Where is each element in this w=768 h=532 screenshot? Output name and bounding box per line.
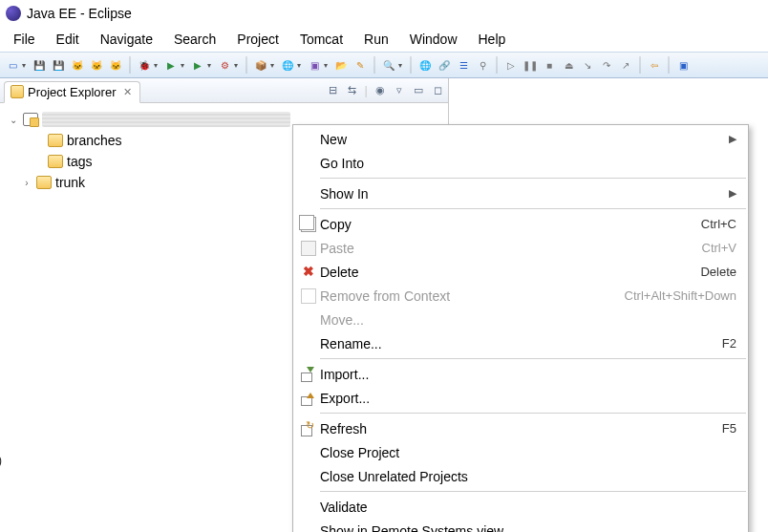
toolbar-terminate[interactable]: ■ [541, 55, 558, 74]
tomcat-stop-icon: 🐱 [89, 57, 104, 73]
toolbar-disconnect[interactable]: ⏏ [560, 55, 577, 74]
menubar: File Edit Navigate Search Project Tomcat… [0, 27, 768, 52]
menu-help[interactable]: Help [469, 29, 516, 50]
toolbar-build[interactable]: 📦▾ [252, 55, 277, 74]
ctx-new[interactable]: New ▶ [293, 127, 748, 151]
globe-icon: 🌐 [417, 57, 433, 73]
separator [320, 413, 746, 414]
link-editor-icon[interactable]: ⇆ [346, 84, 359, 97]
toolbar-step-into[interactable]: ↘ [579, 55, 596, 74]
ctx-delete[interactable]: ✖ Delete Delete [293, 260, 748, 284]
server-icon: 🌐 [280, 57, 295, 73]
menu-window[interactable]: Window [400, 29, 467, 50]
step-over-icon: ↷ [599, 57, 614, 73]
toolbar-new-server[interactable]: ▣▾ [306, 55, 331, 74]
menu-file[interactable]: File [4, 29, 45, 50]
toolbar-tomcat-start[interactable]: 🐱 [69, 55, 86, 74]
run-last-icon: ▶ [190, 57, 205, 73]
export-icon [301, 391, 316, 406]
ctx-close-project[interactable]: Close Project [293, 440, 748, 464]
toolbar-debug[interactable]: 🐞▾ [136, 55, 160, 74]
ctx-show-in[interactable]: Show In ▶ [293, 181, 748, 205]
ctx-import[interactable]: Import... [293, 362, 748, 386]
ctx-validate[interactable]: Validate [293, 495, 748, 519]
tree-label: tags [67, 154, 92, 169]
submenu-arrow-icon: ▶ [729, 133, 736, 145]
view-menu-icon[interactable]: ▿ [393, 84, 406, 97]
external-tools-icon: ⚙ [217, 57, 232, 73]
project-explorer-tab[interactable]: Project Explorer ✕ [4, 81, 140, 103]
link-icon: 🔗 [437, 57, 452, 73]
toolbar-perspective[interactable]: ▣ [674, 55, 692, 74]
minimize-icon[interactable]: ▭ [412, 84, 425, 97]
ctx-close-unrelated[interactable]: Close Unrelated Projects [293, 464, 748, 488]
menu-search[interactable]: Search [164, 29, 225, 50]
folder-icon [36, 176, 52, 189]
toolbar-server[interactable]: 🌐▾ [279, 55, 304, 74]
toolbar-external[interactable]: ⚙▾ [216, 55, 241, 74]
toolbar-step-return[interactable]: ↗ [617, 55, 634, 74]
close-icon[interactable]: ✕ [123, 86, 132, 98]
toolbar-pin[interactable]: ⚲ [474, 55, 491, 74]
separator [320, 358, 746, 359]
resume-icon: ▷ [503, 57, 519, 73]
step-return-icon: ↗ [618, 57, 633, 73]
tomcat-start-icon: 🐱 [70, 57, 85, 73]
toolbar-web[interactable]: 🌐 [416, 55, 434, 74]
toolbar-run-last[interactable]: ▶▾ [189, 55, 214, 74]
view-tab-row: Project Explorer ✕ ⊟ ⇆ | ◉ ▿ ▭ ◻ [0, 78, 448, 103]
run-icon: ▶ [163, 57, 179, 73]
view-toolbar: ⊟ ⇆ | ◉ ▿ ▭ ◻ [327, 83, 444, 97]
new-server-icon: ▣ [307, 57, 322, 73]
toolbar-open-type[interactable]: 📂 [332, 55, 350, 74]
ctx-refresh[interactable]: Refresh F5 [293, 416, 748, 440]
toolbar-resume[interactable]: ▷ [502, 55, 520, 74]
toolbar-step-over[interactable]: ↷ [598, 55, 615, 74]
menu-tomcat[interactable]: Tomcat [290, 29, 352, 50]
separator [320, 491, 746, 492]
window-title: Java EE - Eclipse [27, 6, 132, 21]
cursor-hint: ) [0, 454, 2, 467]
menu-edit[interactable]: Edit [47, 29, 89, 50]
toolbar-save[interactable]: 💾 [31, 55, 48, 74]
submenu-arrow-icon: ▶ [729, 187, 736, 200]
toolbar-search[interactable]: 🔍▾ [380, 55, 405, 74]
ctx-copy[interactable]: Copy Ctrl+C [293, 212, 748, 236]
menu-navigate[interactable]: Navigate [91, 29, 162, 50]
project-explorer-icon [11, 85, 24, 98]
chevron-right-icon[interactable]: › [21, 178, 32, 188]
toolbar-team[interactable]: ☰ [455, 55, 472, 74]
toolbar-back[interactable]: ⇦ [646, 55, 663, 74]
debug-icon: 🐞 [137, 57, 152, 73]
copy-icon [301, 217, 316, 232]
delete-icon: ✖ [301, 265, 316, 280]
toolbar-save-all[interactable]: 💾 [50, 55, 67, 74]
ctx-go-into[interactable]: Go Into [293, 151, 748, 175]
ctx-remove-context: Remove from Context Ctrl+Alt+Shift+Down [293, 284, 748, 308]
disconnect-icon: ⏏ [561, 57, 576, 73]
ctx-show-remote[interactable]: Show in Remote Systems view [293, 519, 748, 532]
menu-project[interactable]: Project [227, 29, 288, 50]
ctx-rename[interactable]: Rename... F2 [293, 331, 748, 355]
perspective-icon: ▣ [675, 57, 691, 73]
toolbar-new[interactable]: ▭▾ [4, 55, 29, 74]
ctx-export[interactable]: Export... [293, 386, 748, 410]
collapse-all-icon[interactable]: ⊟ [327, 84, 340, 97]
suspend-icon: ❚❚ [523, 57, 538, 73]
tree-label: trunk [55, 175, 85, 190]
chevron-down-icon[interactable]: ⌄ [8, 115, 19, 125]
toolbar-open-task[interactable]: ✎ [352, 55, 369, 74]
menu-run[interactable]: Run [354, 29, 398, 50]
open-type-icon: 📂 [333, 57, 349, 73]
separator [320, 178, 746, 179]
toolbar-suspend[interactable]: ❚❚ [522, 55, 539, 74]
context-menu: New ▶ Go Into Show In ▶ Copy Ctrl+C Past… [292, 124, 749, 532]
back-icon: ⇦ [647, 57, 662, 73]
toolbar-tomcat-stop[interactable]: 🐱 [88, 55, 105, 74]
toolbar-tomcat-restart[interactable]: 🐱 [107, 55, 124, 74]
focus-task-icon[interactable]: ◉ [373, 84, 387, 97]
toolbar-link[interactable]: 🔗 [436, 55, 453, 74]
toolbar-run[interactable]: ▶▾ [162, 55, 187, 74]
save-icon: 💾 [32, 57, 47, 73]
maximize-icon[interactable]: ◻ [431, 84, 444, 97]
